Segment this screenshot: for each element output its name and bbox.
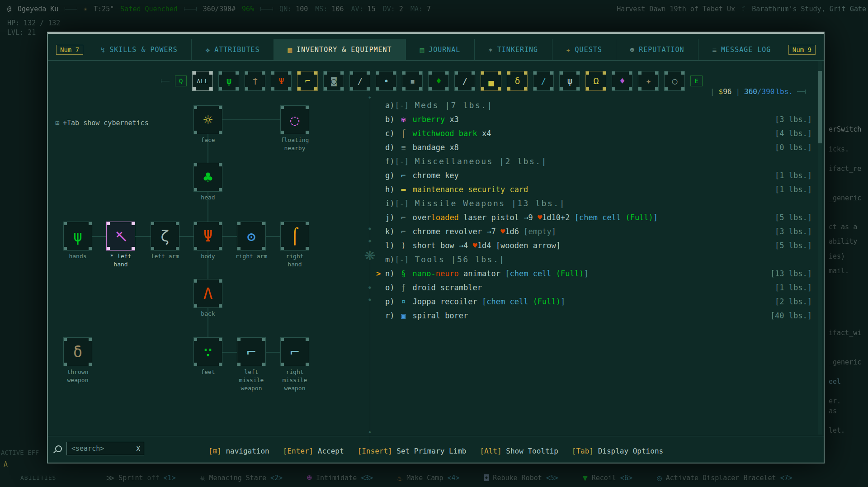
ability-intimidate[interactable]: ☻Intimidate<3> <box>307 473 373 482</box>
slot-back[interactable]: Λ <box>193 279 222 308</box>
tab-skills-powers[interactable]: ↯SKILLS & POWERS <box>87 39 191 60</box>
ability-sprint[interactable]: ≫Sprintoff<1> <box>106 473 175 482</box>
slot-left-arm[interactable]: ζ <box>151 222 179 251</box>
item-name-part: chrome key <box>412 171 458 180</box>
inventory-item-row[interactable]: >n)§nano-neuro animator [chem cell (Full… <box>376 266 812 280</box>
filter-corpses-button[interactable]: ψ <box>218 71 239 91</box>
slot-hands[interactable]: ψ <box>63 222 92 251</box>
ability-name: Make Camp <box>406 474 443 482</box>
abilities-label: ABILITIES <box>20 474 56 481</box>
tab-attributes[interactable]: ❖ATTRIBUTES <box>191 39 274 60</box>
filter-trade-goods-button[interactable]: ✦ <box>638 71 659 91</box>
key-label: [Tab] <box>572 447 594 455</box>
inventory-item-row[interactable]: h)▬maintenance security card[1 lbs.] <box>376 182 812 196</box>
slot-floating-nearby[interactable]: ◌ <box>280 105 309 134</box>
filter-ammo-button[interactable]: • <box>376 71 396 91</box>
filter-missile-weapons-button[interactable]: ⌐ <box>297 71 318 91</box>
filter-wands-button[interactable]: / <box>533 71 554 91</box>
equipment-connector <box>266 236 280 237</box>
chrome-revolver-icon: ⌐ <box>396 227 410 236</box>
inventory-item-row[interactable]: p)¤Joppa recoiler [chem cell (Full)][2 l… <box>376 294 812 308</box>
filter-tools-button[interactable]: / <box>349 71 370 91</box>
slot-right-hand[interactable]: ⌠ <box>280 222 309 251</box>
slot-left-missile-weapon[interactable]: ⌐ <box>237 337 266 366</box>
filter-creatures-button[interactable]: ψ <box>559 71 580 91</box>
slot-feet[interactable]: ∵ <box>193 337 222 366</box>
inventory-item-row[interactable]: l))short bow →4 ♥1d4 [wooden arrow][5 lb… <box>376 238 812 252</box>
inventory-category-row[interactable]: m)[-] Tools |56 lbs.| <box>376 252 812 266</box>
inventory-category-row[interactable]: i)[-] Missile Weapons |13 lbs.| <box>376 196 812 210</box>
inventory-category-row[interactable]: f)[-] Miscellaneous |2 lbs.| <box>376 154 812 168</box>
num7-key-badge[interactable]: Num 7 <box>56 45 83 55</box>
hint-label: Display Options <box>594 447 663 455</box>
item-name-part: animator <box>459 269 505 278</box>
tab-message-log[interactable]: ≡MESSAGE LOG <box>698 39 785 60</box>
inventory-item-row[interactable]: o)ƒdroid scrambler[1 lbs.] <box>376 280 812 294</box>
tab-inventory-equipment[interactable]: ▦INVENTORY & EQUIPMENT <box>274 39 406 60</box>
inventory-item-row[interactable]: j)⌐overloaded laser pistol →9 ♥1d10+2 [c… <box>376 210 812 224</box>
filter-armor-button[interactable]: Ψ <box>271 71 292 91</box>
collapse-toggle[interactable]: [-] <box>395 101 409 110</box>
ability-menacing-stare[interactable]: ☠Menacing Stare<2> <box>200 473 283 482</box>
inventory-item-row[interactable]: g)⌐chrome key[1 lbs.] <box>376 168 812 182</box>
tab-tinkering[interactable]: ✶TINKERING <box>474 39 552 60</box>
slot-head[interactable]: ♣ <box>193 163 222 192</box>
inventory-item-row[interactable]: k)⌐chrome revolver →7 ♥1d6 [empty][3 lbs… <box>376 224 812 238</box>
filter-food-button[interactable]: ♦ <box>428 71 449 91</box>
player-name: Ogeyeda Ku <box>18 5 58 13</box>
clipped-text-fragment: ies) <box>829 252 845 260</box>
item-name-part: 9 <box>528 213 537 222</box>
ability-activate-displacer-bracelet[interactable]: ◎Activate Displacer Bracelet<7> <box>657 473 793 482</box>
filter-shields-button[interactable]: ◙ <box>323 71 344 91</box>
filter-gems-button[interactable]: ♦ <box>612 71 632 91</box>
weight-readout: 360/390lbs. <box>744 87 793 96</box>
make-camp-icon: ♨ <box>397 473 402 482</box>
player-icon: @ <box>7 5 11 13</box>
scrollbar-track[interactable] <box>818 61 822 435</box>
inventory-item-row[interactable]: b)✾urberry x3[3 lbs.] <box>376 112 812 126</box>
slot-body[interactable]: Ψ <box>193 222 222 251</box>
ability-rebuke-robot[interactable]: ◘Rebuke Robot<5> <box>484 473 558 482</box>
menacing-stare-icon: ☠ <box>200 473 205 482</box>
currency-value: 96 <box>723 87 731 96</box>
tab-journal[interactable]: ▤JOURNAL <box>406 39 474 60</box>
item-name-part: x8 <box>445 143 459 152</box>
item-name-part: empty <box>528 227 551 236</box>
ability-make-camp[interactable]: ♨Make Camp<4> <box>397 473 459 482</box>
tab-quests[interactable]: ✦QUESTS <box>552 39 616 60</box>
inventory-item-row[interactable]: d)≡bandage x8[0 lbs.] <box>376 140 812 154</box>
slot-face[interactable]: ☼ <box>193 105 222 134</box>
collapse-toggle[interactable]: [-] <box>395 199 409 208</box>
filter-miscellaneous-button[interactable]: ○ <box>664 71 685 91</box>
num9-key-badge[interactable]: Num 9 <box>788 45 816 55</box>
inventory-item-row[interactable]: r)▣spiral borer[40 lbs.] <box>376 308 812 322</box>
item-name: maintenance security card <box>412 185 528 194</box>
q-key-badge[interactable]: Q <box>175 76 187 86</box>
collapse-toggle[interactable]: [-] <box>395 157 409 166</box>
inventory-category-row[interactable]: a)[-] Meds |7 lbs.| <box>376 98 812 112</box>
scrollbar-thumb[interactable] <box>818 71 822 143</box>
slot-right-missile-weapon[interactable]: ⌐ <box>280 337 309 366</box>
status-effects: Sated Quenched <box>120 5 177 13</box>
slot-thrown-weapon[interactable]: δ <box>63 337 92 366</box>
filter-figurines-button[interactable]: Ω <box>585 71 606 91</box>
collapse-toggle[interactable]: [-] <box>395 255 409 264</box>
filter-light-sources-button[interactable]: / <box>454 71 475 91</box>
inventory-item-row[interactable]: c)⌠witchwood bark x4[4 lbs.] <box>376 126 812 140</box>
filter-tonics-button[interactable]: δ <box>507 71 528 91</box>
tab-reputation[interactable]: ☻REPUTATION <box>616 39 698 60</box>
filter-energy-cells-button[interactable]: ▄ <box>481 71 501 91</box>
clipped-text-fragment: eel <box>829 378 841 386</box>
clipped-text-fragment: as <box>829 407 837 415</box>
laser-pistol-icon: ⌐ <box>396 213 410 222</box>
clipped-text-fragment: ct as a <box>829 223 857 231</box>
slot-left-hand[interactable]: † <box>106 222 135 251</box>
hint-accept: [Enter] Accept <box>283 447 344 455</box>
filter-all-button[interactable]: ALL <box>192 71 213 91</box>
filter-projectiles-button[interactable]: ▪ <box>402 71 423 91</box>
ability-recoil[interactable]: ▼Recoil<6> <box>583 473 632 482</box>
filter-melee-weapons-button[interactable]: † <box>245 71 265 91</box>
slot-feet-label: feet <box>185 368 231 376</box>
slot-right-arm[interactable]: ʘ <box>237 222 266 251</box>
e-key-badge[interactable]: E <box>690 76 702 86</box>
